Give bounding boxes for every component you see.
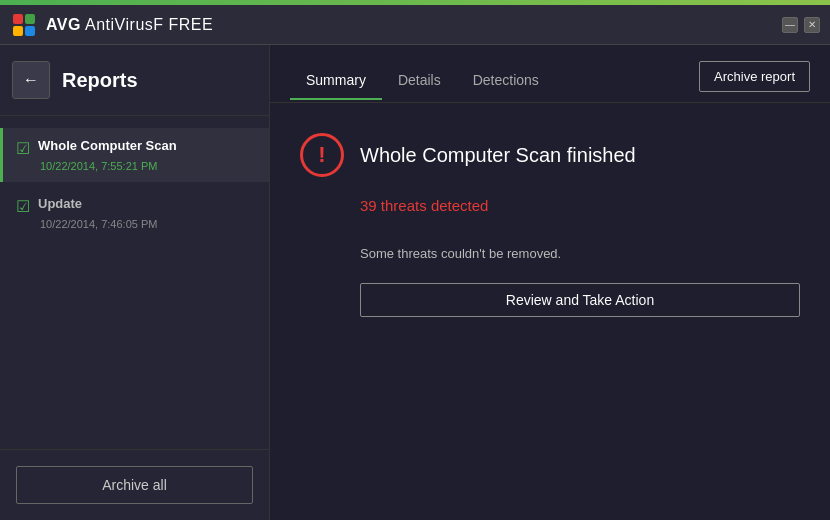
avg-logo [10,11,38,39]
list-item[interactable]: ☑ Whole Computer Scan 10/22/2014, 7:55:2… [0,128,269,182]
tab-summary[interactable]: Summary [290,64,382,100]
sidebar-title: Reports [62,69,138,92]
archive-report-button[interactable]: Archive report [699,61,810,92]
close-button[interactable]: ✕ [804,17,820,33]
sidebar: ← Reports ☑ Whole Computer Scan 10/22/20… [0,45,270,520]
window-chrome: AVG AntiVirusF FREE — ✕ [0,5,830,45]
report-item-date: 10/22/2014, 7:46:05 PM [16,218,253,230]
threats-count: 39 threats detected [360,197,800,214]
app-name: AVG AntiVirusF FREE [46,16,213,34]
content-area: Summary Details Detections Archive repor… [270,45,830,520]
window-controls: — ✕ [782,17,820,33]
review-action-button[interactable]: Review and Take Action [360,283,800,317]
report-item-name: Update [38,196,82,213]
list-item[interactable]: ☑ Update 10/22/2014, 7:46:05 PM [0,186,269,240]
alert-icon: ! [300,133,344,177]
sidebar-footer: Archive all [0,449,269,520]
sidebar-list: ☑ Whole Computer Scan 10/22/2014, 7:55:2… [0,116,269,449]
report-item-date: 10/22/2014, 7:55:21 PM [16,160,253,172]
back-button[interactable]: ← [12,61,50,99]
check-icon: ☑ [16,139,30,158]
threats-note: Some threats couldn't be removed. [360,246,800,261]
minimize-button[interactable]: — [782,17,798,33]
check-icon: ☑ [16,197,30,216]
sidebar-header: ← Reports [0,45,269,116]
app-title-area: AVG AntiVirusF FREE [10,11,213,39]
tabs: Summary Details Detections [290,64,555,99]
content-header: Summary Details Detections Archive repor… [270,45,830,103]
report-item-name: Whole Computer Scan [38,138,177,155]
content-body: ! Whole Computer Scan finished 39 threat… [270,103,830,520]
scan-finished-title: Whole Computer Scan finished [360,144,636,167]
tab-detections[interactable]: Detections [457,64,555,100]
scan-result-header: ! Whole Computer Scan finished [300,133,800,177]
archive-all-button[interactable]: Archive all [16,466,253,504]
tab-details[interactable]: Details [382,64,457,100]
